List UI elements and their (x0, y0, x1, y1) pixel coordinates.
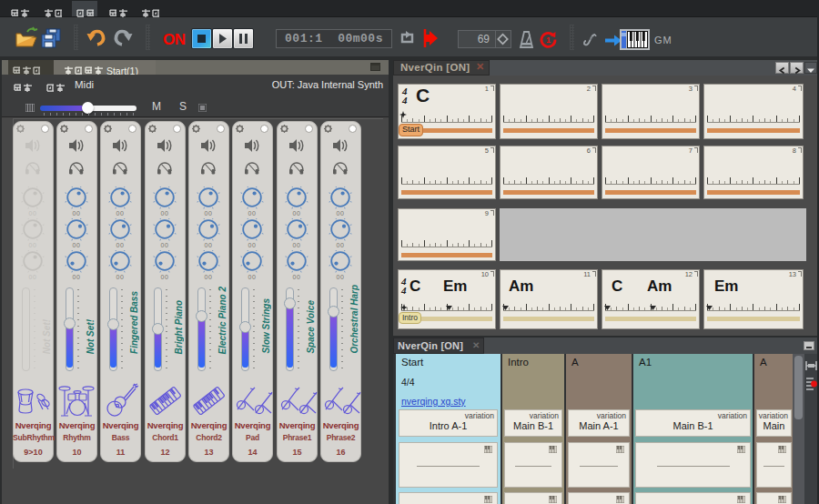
svg-text:1: 1 (546, 35, 551, 45)
